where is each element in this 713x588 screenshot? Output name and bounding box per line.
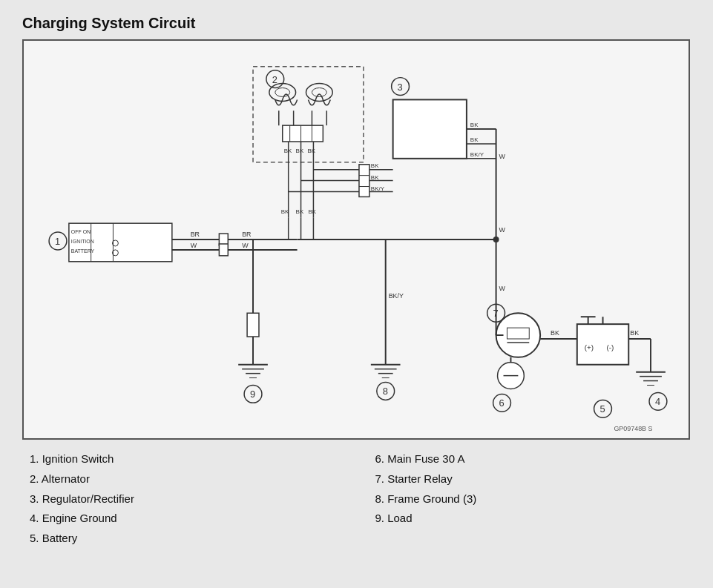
legend-item-2: 2. Alternator bbox=[30, 470, 346, 489]
legend-item-9: 9. Load bbox=[375, 509, 691, 528]
legend-item-8: 8. Frame Ground (3) bbox=[375, 490, 691, 509]
svg-text:BATTERY: BATTERY bbox=[71, 248, 95, 254]
svg-text:(+): (+) bbox=[585, 343, 594, 351]
svg-text:BK: BK bbox=[551, 329, 559, 337]
svg-text:BK/Y: BK/Y bbox=[389, 292, 404, 300]
svg-text:8: 8 bbox=[383, 386, 388, 397]
svg-text:3: 3 bbox=[398, 82, 403, 93]
svg-text:OFF ON: OFF ON bbox=[71, 229, 91, 234]
svg-text:BR: BR bbox=[191, 231, 200, 238]
legend-item-5: 5. Battery bbox=[30, 529, 346, 548]
diagram-box: OFF ON IGNITION BATTERY 1 BR W bbox=[22, 39, 690, 440]
svg-rect-22 bbox=[247, 313, 259, 337]
legend: 1. Ignition Switch 6. Main Fuse 30 A 2. … bbox=[22, 450, 691, 548]
svg-point-72 bbox=[493, 237, 499, 242]
svg-rect-118 bbox=[359, 165, 369, 197]
svg-text:4: 4 bbox=[655, 396, 660, 407]
svg-text:1: 1 bbox=[55, 236, 60, 247]
svg-text:BK: BK bbox=[470, 136, 479, 143]
svg-text:7: 7 bbox=[493, 308, 499, 319]
svg-text:BK: BK bbox=[308, 208, 316, 215]
svg-text:BK: BK bbox=[281, 208, 289, 215]
svg-text:BK: BK bbox=[630, 329, 639, 337]
svg-rect-15 bbox=[219, 244, 228, 256]
watermark: GP09748B S bbox=[614, 425, 652, 432]
svg-text:W: W bbox=[242, 242, 249, 249]
svg-text:BK: BK bbox=[371, 174, 379, 181]
legend-item-4: 4. Engine Ground bbox=[30, 509, 346, 528]
svg-text:IGNITION: IGNITION bbox=[71, 239, 94, 244]
svg-text:BK/Y: BK/Y bbox=[470, 151, 484, 158]
svg-text:BK: BK bbox=[296, 148, 304, 154]
page-container: Charging System Circuit OFF ON IGNITION … bbox=[0, 0, 713, 588]
svg-rect-39 bbox=[283, 125, 323, 142]
legend-item-6: 6. Main Fuse 30 A bbox=[375, 450, 691, 469]
legend-item-3: 3. Regulator/Rectifier bbox=[30, 490, 346, 509]
svg-text:BR: BR bbox=[242, 231, 252, 238]
page-title: Charging System Circuit bbox=[22, 15, 691, 32]
legend-item-7: 7. Starter Relay bbox=[375, 470, 691, 489]
svg-text:BK: BK bbox=[307, 148, 315, 154]
svg-text:W: W bbox=[499, 153, 506, 160]
svg-text:2: 2 bbox=[272, 74, 277, 85]
svg-text:9: 9 bbox=[250, 389, 255, 400]
svg-text:5: 5 bbox=[600, 403, 605, 414]
svg-text:BK: BK bbox=[470, 122, 479, 128]
svg-text:W: W bbox=[499, 226, 506, 234]
svg-text:W: W bbox=[499, 285, 506, 292]
svg-text:W: W bbox=[191, 242, 197, 249]
svg-text:BK/Y: BK/Y bbox=[371, 185, 385, 192]
svg-text:(-): (-) bbox=[606, 343, 614, 351]
svg-text:BK: BK bbox=[296, 208, 304, 215]
circuit-diagram: OFF ON IGNITION BATTERY 1 BR W bbox=[24, 41, 689, 438]
svg-rect-51 bbox=[393, 99, 467, 158]
svg-text:BK: BK bbox=[371, 162, 379, 169]
svg-text:6: 6 bbox=[499, 397, 505, 409]
legend-item-1: 1. Ignition Switch bbox=[30, 450, 346, 469]
